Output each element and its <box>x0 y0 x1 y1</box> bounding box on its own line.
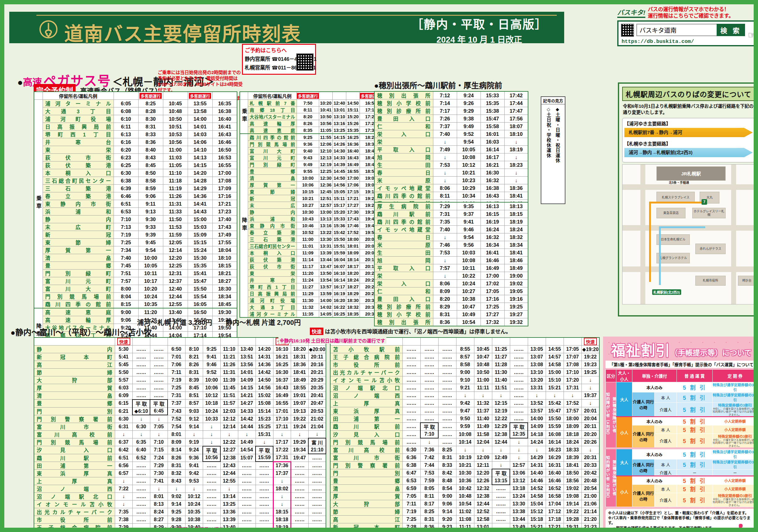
reservation-heading: ご予約はこちらへ <box>245 46 313 54</box>
welfare-notes: ※小人は12歳以下（小学生まで）とし、重・軽度に係わらず「介護人」を認めます。 … <box>605 509 757 532</box>
reservation-contact-box: ご予約はこちらへ 静内営業所 ☎0146－42－1231 札幌営業所 ☎011－… <box>242 44 316 75</box>
sapporo-stop-change-panel: 札幌駅周辺バスのりばの変更について 令和6年10月1日より札幌駅前乗降バス停およ… <box>618 83 758 316</box>
map-label: 札幌市役所 <box>695 276 726 286</box>
stop-kita2nishi3-badge: 札幌駅前(北2西3) <box>652 289 681 295</box>
shizunai-to-tomakomai-table: 快速快速静内5:30…………6:508:109:2511:1013:4014:2… <box>34 337 326 532</box>
sapporo-notice-title: 札幌駅周辺バスのりばの変更について <box>622 87 755 101</box>
map-label: 日本生命札幌ビル <box>656 234 690 245</box>
legend-item-diamond-filled: ◆土曜・日曜・祝日運休 <box>554 107 561 163</box>
buskita-info: バスキタ! バスの運行情報がスマホでわかる！運行情報はこちらでご確認できます。 … <box>617 6 758 46</box>
sapporo-station-map: 北5条・手稲通 JR札幌駅 札幌ステラプレイス 大丸 東急百貨店 ホテルグレイス… <box>622 164 755 304</box>
reservation-note: ご乗車には当日始発出発の2時間前までの予約が必要となります。電話受付時間は9:0… <box>158 70 244 93</box>
buskita-search-box: 検 索 ☞ https://db.buskita.com/ <box>617 20 758 46</box>
sapporo-route-arrow: 浦河→静内→札幌駅前(北2西3) <box>624 148 753 157</box>
search-button[interactable]: 検 索 <box>717 24 745 36</box>
bullet-icon: ● <box>17 77 23 88</box>
donan-bus-logo <box>39 20 58 39</box>
buskita-message: バスの運行情報がスマホでわかる！運行情報はこちらでご確認できます。 <box>648 6 734 19</box>
page-title: 道南バス主要停留所時刻表 <box>64 18 301 46</box>
search-input[interactable] <box>637 24 720 36</box>
legend-item-diamond-open: ◇土日祝・学校休運休 <box>545 107 552 163</box>
welfare-title: 福祉割引（手帳提示等）について <box>605 339 757 359</box>
legend-box: 記号の見方 ◆土曜・日曜・祝日運休 ◇土日祝・学校休運休 <box>541 96 566 204</box>
edition-block: ［静内・平取・日高版］ 2024 年 10 月 1 日改正 <box>397 15 561 45</box>
reservation-qr-icon <box>296 53 314 71</box>
timetable-poster: 道南バス主要停留所時刻表 ［静内・平取・日高版］ 2024 年 10 月 1 日… <box>0 0 758 532</box>
urakawa-route-line <box>649 202 651 282</box>
map-label: ホテルグレイスリー札幌 <box>692 208 726 218</box>
qr-code-icon <box>621 24 634 37</box>
map-label: 札幌グランドホテル <box>656 253 690 264</box>
kaisoku-chip: 快速 <box>310 328 324 335</box>
map-jr-station: JR札幌駅 <box>656 166 726 181</box>
buskita-url[interactable]: https://db.buskita.com/ <box>622 39 694 45</box>
stop-7-badge: 7 <box>702 199 707 205</box>
pegasus-table-to-sapporo: 停留所名/運転凡例多客期運行多客期運行乗車浦河ターミナル6:058:2510:4… <box>34 91 237 355</box>
urakawa-route-line <box>649 202 705 203</box>
map-label-road: 北5条・手稲通 <box>669 180 689 185</box>
urakawa-route-arrow: 札幌駅前7番→静内→浦河 <box>624 128 753 137</box>
sapporo-route-line <box>659 226 705 228</box>
sapporo-route-label: 【札幌ゆき主要経路】 <box>624 140 753 147</box>
route-summary-box: 【浦河ゆき主要経路】 札幌駅前7番→静内→浦河 【札幌ゆき主要経路】 浦河→静内… <box>622 118 755 162</box>
cursor-hand-icon: ☞ <box>748 30 756 40</box>
sapporo-notice-body: 令和6年10月1日より札幌駅前乗降バス停および運行経路を下記の通り変更いたします… <box>623 103 754 116</box>
welfare-table: 区分大人・小人 単独・介護付 普 通 運 賃定 期 券 第1種身体障がい者知的障… <box>605 369 758 507</box>
thick-frame-note: ※太枠区間 土日祝日は運休 <box>163 525 224 532</box>
road <box>640 164 645 304</box>
fare-note: 浦河～札幌 片道 3,280円 静内～札幌 片道 2,700円 <box>137 317 301 327</box>
map-label: 東急百貨店 <box>656 208 685 218</box>
welfare-subtitle: 「第1種・第2種身体障害者手帳」「療育手帳」提示後の「バス運賃」について <box>605 361 757 368</box>
map-label: 赤れんがテラス <box>695 244 726 254</box>
edition-label: ［静内・平取・日高版］ <box>397 15 561 32</box>
kaisoku-note: 快速 は苫小牧市内を西埠頭通経由で運行、「沼ノ端西～西埠頭通」は停車しません。 <box>310 327 511 335</box>
hobetsu-section-title: ●穂別出張所～鵡川駅前・厚生病院前 <box>374 79 502 90</box>
welfare-discount-panel: 福祉割引（手帳提示等）について 「第1種・第2種身体障害者手帳」「療育手帳」提示… <box>603 337 758 532</box>
local-section-title: ●静内～富川～（平取）～鵡川～苫小牧 <box>11 326 152 337</box>
map-label: 時計台 <box>738 276 755 286</box>
revision-date: 2024 年 10 月 1 日改正 <box>397 33 561 45</box>
pegasus-table-to-urakawa: 停留所名/運転凡例多客期運行多客期運行乗車札幌駅前7番7:5010:2012:4… <box>239 91 382 318</box>
wheelchair-icon: ♿ <box>732 516 756 532</box>
shizunai-1610-note: ※静内16:10発 土日祝日は鵡川駅前までの運行です <box>278 337 386 344</box>
header-band: 道南バス主要停留所時刻表 ［静内・平取・日高版］ 2024 年 10 月 1 日… <box>9 12 564 43</box>
urakawa-route-label: 【浦河ゆき主要経路】 <box>624 120 753 126</box>
legend-title: 記号の見方 <box>541 97 565 104</box>
buskita-logo: バスキタ! <box>617 7 645 18</box>
sapporo-route-line <box>659 226 661 285</box>
tomakomai-to-shizunai-table: 快速苫小牧駅前………………8:5510:4511:25……13:0514:551… <box>330 337 600 532</box>
hobetsu-outbound-table: 穂別出張所7:129:2415:3317:42穂別小学校前7:149:2615:… <box>374 91 528 216</box>
hobetsu-return-table: 厚生病院前7:299:3516:1318:13鵡川駅前7:319:3716:15… <box>374 202 528 326</box>
road <box>731 164 736 304</box>
